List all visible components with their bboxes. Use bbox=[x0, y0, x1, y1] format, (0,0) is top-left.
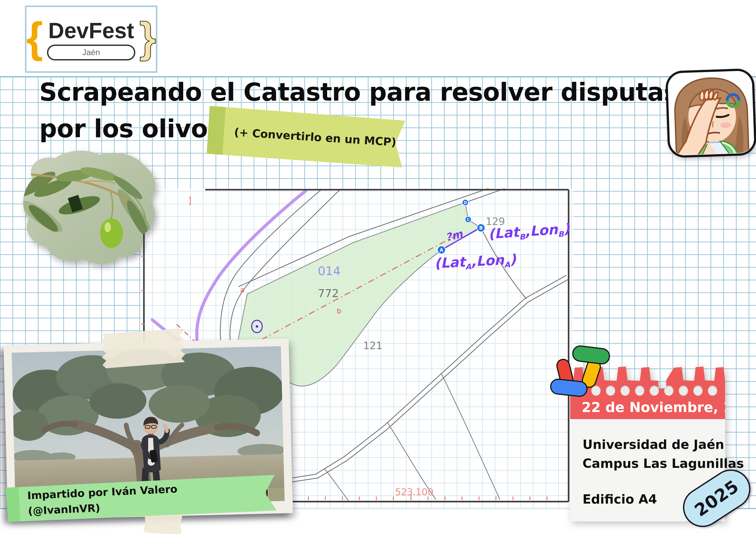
subparcel-a-label: a bbox=[240, 286, 245, 294]
parcel-121-label: 121 bbox=[363, 340, 383, 352]
latlon-b-mid: ,Lon bbox=[524, 221, 558, 240]
devfest-logo-inner: { DevFest Jaén } bbox=[26, 18, 156, 61]
devfest-city-pill: Jaén bbox=[47, 44, 135, 61]
facepalm-illustration bbox=[674, 77, 749, 159]
mcp-banner-label: (+ Convertirlo en un MCP) bbox=[234, 126, 397, 149]
devfest-wordmark: DevFest bbox=[48, 18, 134, 43]
masking-tape-top bbox=[100, 327, 186, 369]
latlon-b-post: ) bbox=[563, 220, 570, 237]
event-campus: Campus Las Lagunillas bbox=[582, 456, 744, 471]
coordinate-523100-label: 523.100 bbox=[395, 487, 434, 497]
marker-d-label: D bbox=[464, 200, 467, 205]
olive-branch-sticker bbox=[13, 146, 160, 267]
torn-paper-hole bbox=[708, 386, 717, 396]
parcel-772-label: 772 bbox=[318, 287, 339, 300]
torn-paper-hole bbox=[664, 386, 673, 396]
marker-b-label: B bbox=[479, 225, 483, 231]
latlon-a-sub1: A bbox=[465, 262, 471, 271]
marker-a-label: A bbox=[440, 247, 444, 253]
olive-photo bbox=[13, 149, 156, 265]
torn-paper-hole bbox=[693, 386, 703, 396]
latlon-a-sub2: A bbox=[504, 260, 510, 269]
latlon-b-sub1: B bbox=[519, 232, 525, 242]
torn-paper-hole bbox=[620, 386, 630, 396]
latlon-a-pre: (Lat bbox=[434, 254, 466, 271]
brace-left-icon: { bbox=[26, 18, 43, 57]
poster-title-line-2: por los olivos bbox=[39, 114, 222, 143]
torn-paper-hole bbox=[606, 386, 615, 396]
torn-paper-hole bbox=[635, 386, 644, 396]
torn-paper-hole bbox=[591, 386, 601, 396]
subparcel-b-label: b bbox=[337, 307, 341, 315]
facepalm-girl-sticker bbox=[664, 68, 756, 159]
axis-bracket-label: ] bbox=[188, 195, 192, 206]
latlon-a-post: ) bbox=[509, 251, 517, 267]
torn-paper-hole bbox=[679, 386, 688, 396]
speaker-banner-line-2: (@IvanInVR) bbox=[28, 502, 100, 517]
event-venue: Universidad de Jaén bbox=[582, 437, 724, 452]
event-building: Edificio A4 bbox=[582, 492, 657, 506]
poster-title-line-1: Scrapeando el Catastro para resolver dis… bbox=[39, 78, 678, 106]
latlon-a-mid: ,Lon bbox=[471, 252, 504, 269]
latlon-b-pre: (Lat bbox=[488, 224, 520, 242]
poster-canvas: ] 129 014 772 a b 121 523.100 D C B bbox=[0, 0, 756, 534]
devfest-logo: { DevFest Jaén } bbox=[25, 6, 157, 73]
brace-right-icon: } bbox=[139, 18, 156, 57]
marker-c-label: C bbox=[467, 217, 470, 222]
parcel-014-label: 014 bbox=[318, 264, 340, 278]
torn-paper-hole bbox=[650, 386, 659, 396]
devfest-logo-middle: DevFest Jaén bbox=[47, 18, 135, 61]
latlon-b-sub2: B bbox=[558, 229, 564, 239]
devfest-city-label: Jaén bbox=[82, 48, 100, 57]
